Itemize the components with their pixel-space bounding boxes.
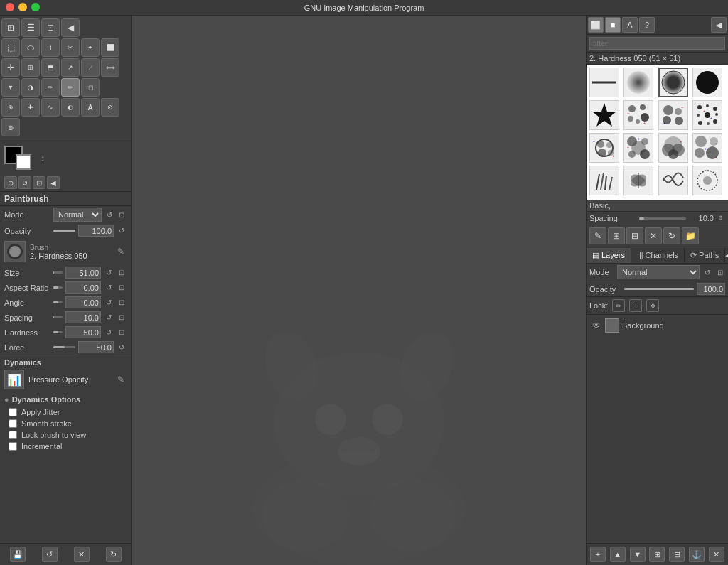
aspect-slider[interactable] [53,286,63,289]
tool-perspective[interactable]: ⟋ [81,58,100,77]
brush-grid[interactable]: + + + + [587,65,728,200]
background-color[interactable] [16,154,31,170]
swap-colors-icon[interactable]: ↕ [37,153,48,164]
tool-dodge-burn[interactable]: ◐ [61,98,80,117]
dynamics-icon[interactable]: 📊 [4,370,24,389]
save-settings-btn[interactable]: 💾 [10,547,26,562]
brush-spacing-slider[interactable] [639,217,686,220]
new-layer-btn[interactable]: + [590,547,606,562]
raise-layer-btn[interactable]: ▲ [610,547,626,562]
tool-heal[interactable]: ✚ [21,98,40,117]
brush-filter-input[interactable] [589,37,725,50]
tool-paintbrush[interactable]: ✏ [61,78,80,97]
layer-mode-select[interactable]: Normal [617,265,700,279]
apply-jitter-checkbox[interactable] [9,408,17,416]
layer-panel-menu-icon[interactable]: ◀ [725,247,728,263]
tool-settings-btn[interactable]: ⊡ [41,18,60,37]
spacing-slider[interactable] [53,316,63,318]
tool-zoom[interactable]: ⊕ [1,118,20,136]
brush-item-hard[interactable] [692,68,722,97]
panel-menu-icon[interactable]: ◀ [711,17,727,33]
mode-chain-icon[interactable]: ⊡ [117,210,127,220]
hardness-slider[interactable] [53,331,63,333]
help-tab-icon[interactable]: ? [639,17,655,33]
size-chain-icon[interactable]: ⊡ [117,268,127,278]
lock-position-btn[interactable]: + [629,299,642,312]
merge-layers-btn[interactable]: ⊟ [669,547,685,562]
dynamics-edit-icon[interactable]: ✎ [115,374,127,385]
tool-move[interactable]: ✛ [1,58,20,77]
aspect-value[interactable]: 0.00 [65,281,101,294]
delete-layer-btn[interactable]: ✕ [709,547,724,562]
smooth-stroke-checkbox[interactable] [9,419,17,428]
spacing-reset-icon[interactable]: ↺ [104,313,114,323]
tool-flip[interactable]: ⟺ [101,58,119,77]
lower-layer-btn[interactable]: ▼ [630,547,646,562]
opacity-reset-icon[interactable]: ↺ [117,226,127,236]
brush-duplicate-btn[interactable]: ⊞ [608,227,625,244]
duplicate-layer-btn[interactable]: ⊞ [649,547,665,562]
brush-item-texture1[interactable]: + + [623,100,653,130]
brush-edit-btn[interactable]: ✎ [589,227,606,244]
delete-settings-btn[interactable]: ✕ [74,547,90,562]
brush-item-line[interactable] [589,68,619,97]
size-value[interactable]: 51.00 [65,267,101,279]
fonts-tab-icon[interactable]: A [622,17,638,33]
brush-item-splatter3[interactable]: + [658,133,688,163]
tool-smudge[interactable]: ∿ [41,98,60,117]
paths-tab[interactable]: ⟳ Paths [685,248,725,263]
layer-mode-reset-icon[interactable]: ↺ [702,267,712,277]
force-value[interactable]: 50.0 [78,341,114,353]
brush-item-splatter4[interactable]: + + [692,133,722,163]
lock-pixels-btn[interactable]: ✏ [612,299,625,312]
angle-chain-icon[interactable]: ⊡ [117,298,127,308]
brush-item-hardness050[interactable] [658,68,688,97]
spacing-value[interactable]: 10.0 [65,311,101,323]
force-reset-icon[interactable]: ↺ [117,343,127,353]
brush-item-abstract1[interactable] [658,166,688,195]
brush-item-splatter1[interactable]: + + [589,133,619,163]
brush-item-soft1[interactable] [623,68,653,97]
brush-item-dots[interactable]: + + [692,100,722,130]
layer-item[interactable]: 👁 Background [588,316,727,335]
hardness-value[interactable]: 50.0 [65,326,101,338]
hardness-chain-icon[interactable]: ⊡ [117,328,127,338]
aspect-chain-icon[interactable]: ⊡ [117,283,127,293]
reset-btn[interactable]: ↻ [106,547,122,562]
options-restore-icon[interactable]: ↺ [18,176,31,189]
tool-align[interactable]: ⊞ [21,58,40,77]
tool-bycolor-select[interactable]: ⬜ [101,38,119,57]
maximize-button[interactable] [31,3,40,11]
tool-eraser[interactable]: ◻ [81,78,100,97]
brush-item-splatter2[interactable]: + + [623,133,653,163]
options-camera-icon[interactable]: ⊙ [4,176,17,189]
hardness-reset-icon[interactable]: ↺ [104,328,114,338]
size-reset-icon[interactable]: ↺ [104,268,114,278]
dynamics-options-header[interactable]: ● Dynamics Options [4,395,127,404]
tool-fuzzy-select[interactable]: ✦ [81,38,100,57]
aspect-reset-icon[interactable]: ↺ [104,283,114,293]
apply-jitter-item[interactable]: Apply Jitter [4,407,127,418]
tool-clone[interactable]: ⊕ [1,98,20,117]
layers-tab[interactable]: ▤ Layers [587,248,631,263]
layer-mode-extra-icon[interactable]: ⊡ [715,267,725,277]
spacing-arrows[interactable]: ⇕ [717,215,725,222]
tool-free-select[interactable]: ⌇ [41,38,60,57]
close-button[interactable] [6,3,14,11]
brush-refresh-btn[interactable]: ↻ [663,227,680,244]
smooth-stroke-item[interactable]: Smooth stroke [4,418,127,429]
tool-scissors[interactable]: ✂ [61,38,80,57]
brush-item-leaf[interactable] [623,166,653,195]
brush-delete-btn[interactable]: ✕ [645,227,662,244]
restore-defaults-btn[interactable]: ↺ [42,547,58,562]
spacing-chain-icon[interactable]: ⊡ [117,313,127,323]
lock-brush-item[interactable]: Lock brush to view [4,429,127,441]
tool-pencil[interactable]: ✑ [41,78,60,97]
brush-edit-icon[interactable]: ✎ [115,246,127,257]
tool-rect-select[interactable]: ⬚ [1,38,20,57]
brush-open-folder-btn[interactable]: 📁 [682,227,699,244]
options-save-icon[interactable]: ⊡ [33,176,46,189]
angle-slider[interactable] [53,301,63,303]
opacity-slider[interactable] [53,230,75,232]
minimize-button[interactable] [18,3,27,11]
